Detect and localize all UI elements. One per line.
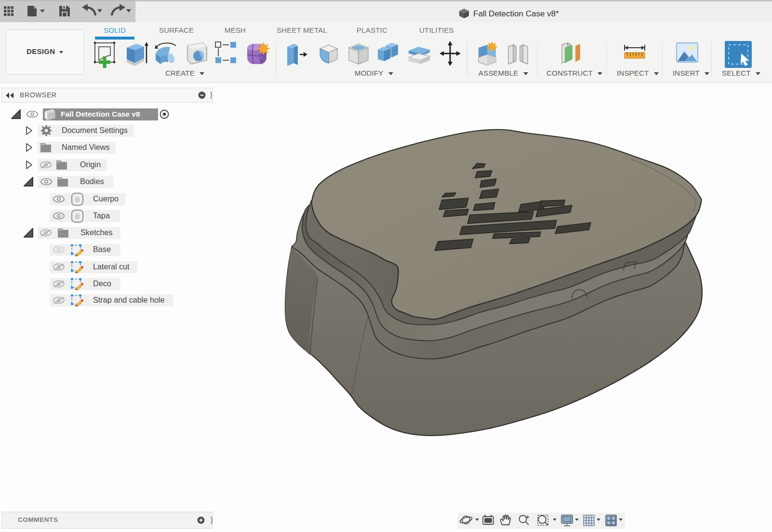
svg-text:Fall Detection Case v8: Fall Detection Case v8 [61,110,140,118]
svg-text:Strap and cable hole: Strap and cable hole [93,295,165,304]
svg-text:Tapa: Tapa [93,211,110,220]
svg-text:Base: Base [93,245,111,253]
svg-text:Origin: Origin [80,160,101,169]
svg-text:Lateral cut: Lateral cut [93,262,130,271]
svg-text:Bodies: Bodies [80,177,104,186]
svg-text:Cuerpo: Cuerpo [93,194,119,203]
svg-text:Sketches: Sketches [80,228,113,237]
svg-text:Document Settings: Document Settings [62,126,128,134]
svg-text:Named Views: Named Views [62,143,110,151]
svg-text:Deco: Deco [93,279,111,288]
